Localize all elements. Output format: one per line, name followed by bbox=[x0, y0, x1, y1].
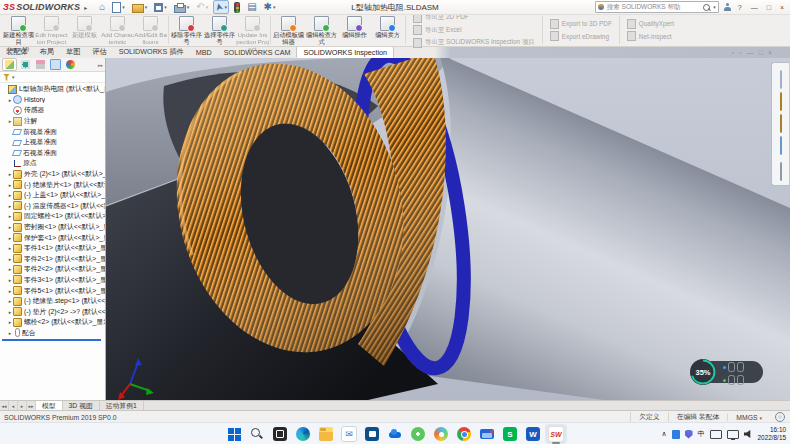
taskbar-browser-360-button[interactable] bbox=[430, 424, 452, 444]
tray-shield-icon[interactable] bbox=[685, 430, 693, 439]
tree-item-10[interactable]: ▸(-) 上盖<1> (默认<<默认>_显示状 bbox=[0, 190, 105, 201]
search-input[interactable]: 搜索 SOLIDWORKS 帮助 ▾ bbox=[595, 1, 719, 13]
expand-arrow-icon[interactable]: ▸ bbox=[7, 330, 13, 336]
tray-volume-icon[interactable] bbox=[744, 430, 753, 438]
tree-item-12[interactable]: ▸固定螺栓<1> (默认<<默认>_显示状 bbox=[0, 211, 105, 222]
tree-item-21[interactable]: ▸(-) 垫片 (2)<2> ->? (默认<<默认 bbox=[0, 306, 105, 317]
tree-item-3[interactable]: ▸注解 bbox=[0, 116, 105, 127]
tree-item-23[interactable]: ▸配合 bbox=[0, 328, 105, 339]
tree-item-6[interactable]: 右视基准面 bbox=[0, 148, 105, 159]
ribbon-tab-草图[interactable]: 草图 bbox=[60, 46, 86, 58]
file-properties-button[interactable]: ▤ bbox=[245, 0, 258, 14]
tree-item-13[interactable]: ▸密封圈<1> (默认<<默认>_显示状态 bbox=[0, 222, 105, 233]
edit-methods-button[interactable]: 编辑检查方式 bbox=[305, 14, 338, 46]
taskbar-onedrive-button[interactable] bbox=[384, 424, 406, 444]
ime-lang-icon[interactable]: 中 bbox=[698, 429, 705, 439]
tree-item-20[interactable]: ▸(-) 绝缘垫.step<1> (默认<<默认> bbox=[0, 296, 105, 307]
home-button[interactable]: ⌂ bbox=[97, 0, 107, 14]
ribbon-tab-mbd[interactable]: MBD bbox=[190, 46, 218, 58]
taskbar-chrome-button[interactable] bbox=[453, 424, 475, 444]
filter-funnel-icon[interactable] bbox=[3, 74, 10, 81]
search-caret-icon[interactable]: ▾ bbox=[713, 4, 716, 10]
taskbar-solidworks-button[interactable]: SW bbox=[545, 424, 567, 444]
ribbon-tab-布局[interactable]: 布局 bbox=[34, 46, 60, 58]
tree-item-14[interactable]: ▸保护套<1> (默认<<默认>_显示状态 bbox=[0, 232, 105, 243]
hidden-icons-icon[interactable]: ∧ bbox=[661, 430, 666, 438]
select-balloons-button[interactable]: 选择零件序号 bbox=[203, 14, 236, 46]
tree-item-11[interactable]: ▸(-) 温度传感器<1> (默认<<默认>_ bbox=[0, 201, 105, 212]
save-button[interactable]: ▾ bbox=[152, 0, 169, 14]
tree-item-0[interactable]: L型轴加热电阻 (默认<默认_显示状态-1 bbox=[0, 84, 105, 95]
dropdown-caret-icon[interactable]: ▾ bbox=[164, 4, 167, 10]
tree-item-16[interactable]: ▸零件2<1> (默认<<默认>_显示状态 bbox=[0, 254, 105, 265]
taskbar-edge-button[interactable] bbox=[292, 424, 314, 444]
new-button[interactable]: ▾ bbox=[110, 0, 127, 14]
tree-item-9[interactable]: ▸(-) 绝缘垫片<1> (默认<<默认>_显 bbox=[0, 179, 105, 190]
remove-balloons-button[interactable]: 移除零件序号 bbox=[170, 14, 203, 46]
search-icon[interactable] bbox=[703, 4, 710, 11]
rebuild-button[interactable] bbox=[232, 0, 242, 14]
tree-item-19[interactable]: ▸零件5<1> (默认<<默认>_显示状态 bbox=[0, 285, 105, 296]
tab-displaymanager[interactable] bbox=[64, 59, 77, 70]
tree-item-22[interactable]: ▸螺栓<2> (默认<<默认>_显示状态 bbox=[0, 317, 105, 328]
edit-vendors-button[interactable]: 编辑卖方 bbox=[371, 14, 404, 46]
filter-caret-icon[interactable]: ▾ bbox=[12, 74, 15, 80]
new-inspection-project-button[interactable]: 新建检查项目(amp;M) bbox=[2, 14, 35, 46]
taskbar-store-button[interactable] bbox=[361, 424, 383, 444]
print-button[interactable]: ▾ bbox=[172, 0, 192, 14]
options-button[interactable]: ✱▾ bbox=[262, 0, 278, 14]
graphics-viewport[interactable]: 35% bbox=[106, 58, 790, 400]
taskpane-resources-button[interactable] bbox=[780, 71, 782, 89]
taskbar-clock[interactable]: 16:10 2022/8/15 bbox=[758, 426, 786, 443]
ribbon-tab-solidworks-插件[interactable]: SOLIDWORKS 插件 bbox=[113, 46, 190, 58]
units-caret-icon[interactable]: ▾ bbox=[759, 415, 762, 421]
taskbar-file-explorer-button[interactable] bbox=[315, 424, 337, 444]
tab-dimxpertmanager[interactable] bbox=[49, 59, 62, 70]
doc-close-button[interactable]: × bbox=[768, 49, 772, 56]
login-icon[interactable] bbox=[724, 3, 731, 11]
taskpane-custom-properties-button[interactable] bbox=[780, 163, 782, 181]
taskbar-app-green-button[interactable] bbox=[407, 424, 429, 444]
taskbar-mail-button[interactable] bbox=[338, 424, 360, 444]
ribbon-tab-评估[interactable]: 评估 bbox=[86, 46, 112, 58]
doc-window-icon[interactable]: ▫ bbox=[732, 49, 734, 56]
taskpane-design-library-button[interactable] bbox=[780, 93, 782, 111]
rollback-bar[interactable] bbox=[2, 339, 101, 341]
ribbon-tab-solidworks-inspection[interactable]: SOLIDWORKS Inspection bbox=[296, 46, 394, 58]
taskbar-start-button[interactable] bbox=[223, 424, 245, 444]
select-button[interactable]: ➤▾ bbox=[213, 0, 229, 14]
tree-item-8[interactable]: ▸外壳 (2)<1> (默认<<默认>_显示状 bbox=[0, 169, 105, 180]
dropdown-caret-icon[interactable]: ▾ bbox=[145, 4, 148, 10]
tree-item-4[interactable]: 前视基准面 bbox=[0, 126, 105, 137]
edit-operations-button[interactable]: 编辑操作 bbox=[338, 14, 371, 46]
status-item-2[interactable]: MMGS▾ bbox=[727, 414, 770, 421]
panel-tab-overflow-icon[interactable]: ▸▸ bbox=[98, 62, 103, 68]
template-editor-button[interactable]: 启动模板编辑器 bbox=[272, 14, 305, 46]
tab-configurationmanager[interactable] bbox=[34, 59, 47, 70]
taskbar-task-view-button[interactable] bbox=[269, 424, 291, 444]
dropdown-caret-icon[interactable]: ▾ bbox=[273, 4, 276, 10]
doc-restore-button[interactable]: □ bbox=[759, 49, 763, 56]
tree-item-15[interactable]: ▸零件1<1> (默认<<默认>_显示状态= bbox=[0, 243, 105, 254]
menu-expand-arrow-icon[interactable]: ▸ bbox=[84, 4, 87, 11]
minimize-button[interactable]: — bbox=[749, 4, 760, 11]
ime-keyboard-icon[interactable] bbox=[710, 430, 722, 439]
doc-minimize-button[interactable]: — bbox=[747, 49, 754, 56]
close-button[interactable]: × bbox=[778, 4, 786, 11]
tree-item-17[interactable]: ▸零件2<2> (默认<<默认>_显示状态 bbox=[0, 264, 105, 275]
taskbar-remote-app-button[interactable] bbox=[476, 424, 498, 444]
taskbar-app-s-button[interactable]: S bbox=[499, 424, 521, 444]
dropdown-caret-icon[interactable]: ▾ bbox=[206, 4, 209, 10]
tray-doc-icon[interactable] bbox=[672, 430, 680, 439]
tree-item-5[interactable]: 上视基准面 bbox=[0, 137, 105, 148]
undo-button[interactable]: ↶▾ bbox=[194, 0, 210, 14]
tree-item-18[interactable]: ▸零件3<1> (默认<<默认>_显示状态 bbox=[0, 275, 105, 286]
taskpane-view-palette-button[interactable] bbox=[780, 137, 782, 155]
tab-propertymanager[interactable] bbox=[19, 59, 32, 70]
tray-display-icon[interactable] bbox=[727, 430, 739, 439]
tab-featuremanager[interactable] bbox=[2, 58, 17, 71]
restore-button[interactable]: □ bbox=[765, 4, 773, 11]
status-help-icon[interactable] bbox=[775, 412, 785, 422]
doc-window-icon[interactable]: ▫ bbox=[739, 49, 741, 56]
taskbar-word-button[interactable]: W bbox=[522, 424, 544, 444]
